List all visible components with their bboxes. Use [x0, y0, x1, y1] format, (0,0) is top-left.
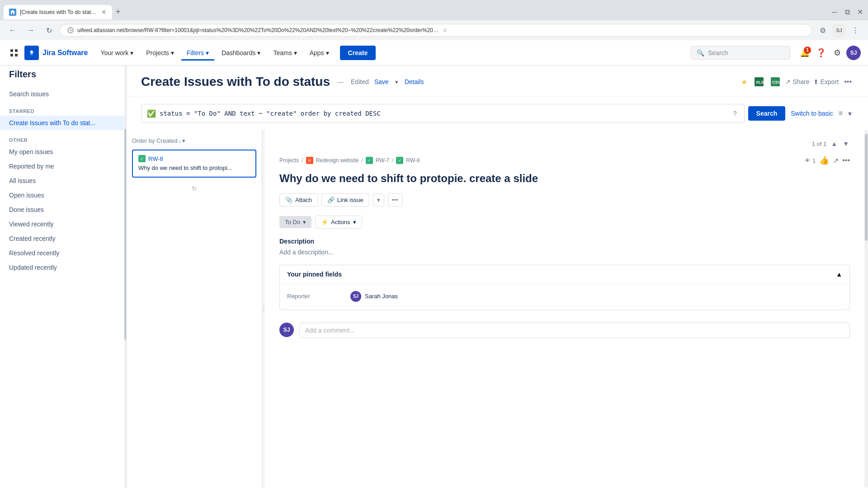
tab-title: [Create Issues with To do status] [20, 9, 98, 15]
filter-title: Create Issues with To do status [141, 75, 330, 89]
minimize-button[interactable]: ─ [830, 8, 839, 17]
teams-nav-wrapper: Teams ▾ [268, 46, 302, 60]
pinned-fields-section: Your pinned fields ▲ Reporter SJ Sarah J… [279, 265, 850, 310]
apps-nav-item[interactable]: Apps ▾ [304, 46, 335, 60]
menu-button[interactable]: ⋮ [848, 23, 863, 38]
browser-window-controls: ─ ⧉ ✕ [830, 8, 864, 17]
switch-to-basic-button[interactable]: Switch to basic [791, 110, 833, 117]
projects-nav-item[interactable]: Projects ▾ [141, 46, 179, 60]
user-avatar[interactable]: SJ [846, 46, 861, 60]
search-box[interactable]: 🔍 Search [691, 46, 790, 60]
breadcrumb-project-link[interactable]: Redesign website [316, 157, 359, 164]
breadcrumb-parent-link[interactable]: RW-7 [376, 157, 389, 164]
your-work-nav-item[interactable]: Your work ▾ [95, 46, 139, 60]
jql-input-field[interactable] [160, 110, 728, 117]
filters-nav-item[interactable]: Filters ▾ [181, 46, 214, 60]
comment-input-field[interactable]: Add a comment... [299, 323, 850, 338]
active-tab[interactable]: [Create Issues with To do status] ✕ [4, 5, 112, 19]
description-section: Description Add a description... [279, 238, 850, 256]
sidebar-resolved-recently[interactable]: Resolved recently [0, 246, 126, 260]
sidebar-open-issues[interactable]: Open issues [0, 188, 126, 202]
status-todo-button[interactable]: To Do ▾ [279, 216, 311, 228]
reporter-value: SJ Sarah Jonas [350, 291, 842, 302]
more-options-button[interactable]: ••• [388, 193, 402, 206]
address-bar[interactable]: uifeed.atlassian.net/browse/RW-8?filter=… [60, 24, 812, 37]
order-chevron: ▾ [182, 137, 185, 144]
sidebar-all-issues[interactable]: All issues [0, 174, 126, 188]
right-scrollbar[interactable] [864, 130, 868, 488]
like-button[interactable]: 👍 [819, 155, 829, 165]
help-button[interactable]: ❓ [814, 46, 828, 60]
watch-button[interactable]: 👁 1 [805, 157, 816, 164]
excel-export-button[interactable]: XLS [753, 75, 765, 88]
detail-view-button[interactable]: ▾ [846, 108, 854, 120]
apps-grid-button[interactable] [7, 46, 21, 60]
create-button[interactable]: Create [340, 46, 376, 60]
refresh-icon: ↻ [192, 185, 197, 192]
page-up-button[interactable]: ▲ [830, 139, 838, 148]
notifications-button[interactable]: 🔔 1 [797, 46, 812, 60]
filter-save-dropdown-button[interactable]: ▾ [394, 78, 399, 86]
maximize-button[interactable]: ⧉ [843, 8, 852, 17]
extensions-button[interactable]: ⚙ [816, 23, 830, 38]
description-placeholder[interactable]: Add a description... [279, 249, 850, 256]
issue-id: RW-8 [148, 155, 163, 162]
filter-details-button[interactable]: Details [405, 78, 424, 85]
bookmark-icon[interactable]: ☆ [443, 27, 804, 33]
tab-close-button[interactable]: ✕ [101, 9, 107, 16]
more-issue-button[interactable]: ••• [842, 156, 850, 164]
back-button[interactable]: ← [5, 23, 20, 38]
order-by-button[interactable]: Order by Created ↓ ▾ [132, 137, 185, 144]
share-issue-button[interactable]: ↗ [833, 156, 839, 165]
pinned-fields-header[interactable]: Your pinned fields ▲ [280, 265, 849, 283]
actions-button[interactable]: ⚡ Actions ▾ [315, 216, 362, 229]
actions-chevron: ▾ [353, 219, 356, 225]
profile-button[interactable]: SJ [832, 23, 846, 38]
filter-edited-label: Edited [351, 78, 369, 85]
sidebar-search-issues[interactable]: Search issues [0, 87, 126, 101]
share-icon: ↗ [785, 78, 791, 85]
more-actions-dropdown-button[interactable]: ▾ [373, 193, 384, 206]
issue-actions-row: 📎 Attach 🔗 Link issue ▾ ••• [279, 193, 850, 206]
pinned-fields-title: Your pinned fields [287, 271, 342, 278]
sidebar-my-open-issues[interactable]: My open issues [0, 145, 126, 159]
sidebar-starred-filter[interactable]: Create Issues with To do stat... [0, 116, 126, 130]
star-filter-button[interactable]: ★ [739, 76, 749, 88]
refresh-button[interactable]: ↻ [42, 23, 56, 38]
attach-button[interactable]: 📎 Attach [279, 193, 318, 206]
forward-button[interactable]: → [24, 23, 38, 38]
browser-tabs-bar: [Create Issues with To do status] ✕ + ─ … [0, 0, 868, 20]
breadcrumb-current-link[interactable]: RW-8 [406, 157, 420, 164]
sidebar-reported-by-me[interactable]: Reported by me [0, 159, 126, 174]
url-text: uifeed.atlassian.net/browse/RW-8?filter=… [77, 27, 439, 33]
share-button[interactable]: ↗ Share [785, 78, 809, 85]
csv-export-button[interactable]: CSV [769, 75, 782, 88]
dashboards-nav-item[interactable]: Dashboards ▾ [216, 46, 266, 60]
export-button[interactable]: ⬆ Export [813, 78, 839, 85]
sidebar-created-recently[interactable]: Created recently [0, 231, 126, 246]
order-down-arrow: ↓ [178, 137, 181, 144]
issue-main-title: Why do we need to shift to protopie. cre… [279, 171, 850, 186]
filter-save-button[interactable]: Save [374, 78, 389, 85]
more-options-button[interactable]: ••• [842, 76, 854, 88]
issue-detail-panel: 1 of 1 ▲ ▼ Projects / R Redesign website… [265, 130, 864, 488]
link-issue-button[interactable]: 🔗 Link issue [321, 193, 369, 206]
teams-nav-item[interactable]: Teams ▾ [268, 46, 302, 60]
sidebar-done-issues[interactable]: Done issues [0, 202, 126, 217]
new-tab-button[interactable]: + [112, 4, 124, 20]
settings-button[interactable]: ⚙ [830, 46, 844, 60]
breadcrumb-projects-link[interactable]: Projects [279, 157, 299, 164]
svg-rect-4 [15, 54, 18, 56]
close-window-button[interactable]: ✕ [855, 8, 864, 17]
reporter-field-row: Reporter SJ Sarah Jonas [287, 287, 842, 306]
jql-search-button[interactable]: Search [748, 106, 786, 121]
sidebar-viewed-recently[interactable]: Viewed recently [0, 217, 126, 231]
jira-logo[interactable]: Jira Software [24, 46, 88, 60]
current-issue-icon: ✓ [396, 157, 403, 164]
list-view-button[interactable]: ≡ [837, 108, 844, 119]
jql-help-button[interactable]: ? [731, 108, 739, 119]
sidebar-updated-recently[interactable]: Updated recently [0, 260, 126, 275]
svg-rect-3 [10, 54, 13, 56]
issue-card-rw8[interactable]: ✓ RW-8 Why do we need to shift to protop… [132, 150, 256, 178]
page-down-button[interactable]: ▼ [842, 139, 850, 148]
